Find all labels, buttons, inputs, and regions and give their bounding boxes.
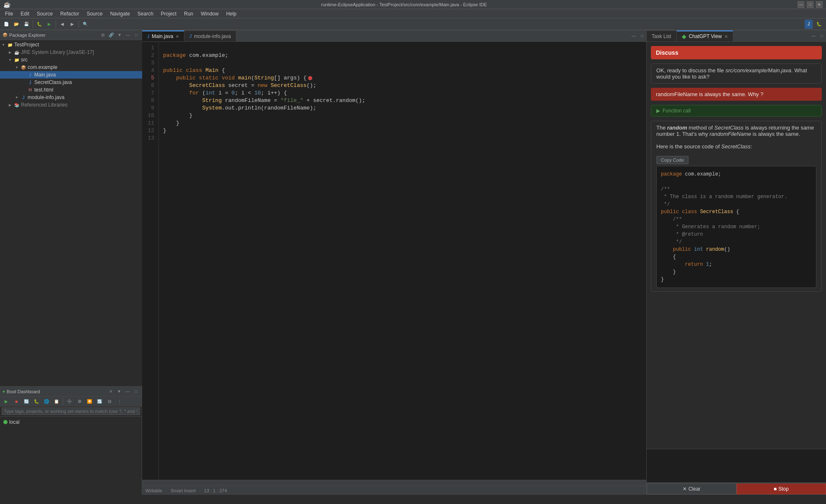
boot-menu-button[interactable]: ▼ xyxy=(116,388,122,395)
chatgpt-tabs: Task List ◆ ChatGPT View ✕ — □ xyxy=(647,30,826,42)
expand-arrow-module[interactable]: ▼ xyxy=(13,96,20,99)
function-call-label: Function call xyxy=(663,108,691,114)
left-column: 📦 Package Explorer ⊞ 🔗 ▼ — □ ▼ 📁 TestPro… xyxy=(0,30,142,495)
chat-system-msg-1: OK, ready to discuss the file src/com/ex… xyxy=(651,64,822,84)
menu-refactor[interactable]: Refactor xyxy=(57,10,82,18)
editor-maximize-btn[interactable]: □ xyxy=(639,33,645,39)
title-bar: ☕ runtime-EclipseApplication - TestProje… xyxy=(0,0,826,9)
boot-open-browser-button[interactable]: 🌐 xyxy=(42,397,51,406)
close-button[interactable]: ✕ xyxy=(816,1,823,8)
copy-code-button[interactable]: Copy Code xyxy=(656,156,688,164)
boot-close-button[interactable]: ✕ xyxy=(107,388,114,395)
editor-scrollbar[interactable] xyxy=(142,480,646,486)
stop-button[interactable]: ■ Stop xyxy=(737,484,826,494)
tree-item-src[interactable]: ▼ 📁 src xyxy=(0,56,142,64)
debug-button[interactable]: 🐛 xyxy=(35,20,44,29)
separator-1 xyxy=(33,20,33,28)
code-area[interactable]: package com.example; public class Main {… xyxy=(159,42,646,480)
menu-file[interactable]: File xyxy=(2,10,16,18)
tab-main-java[interactable]: J Main.java ✕ xyxy=(142,31,184,41)
expand-arrow-src[interactable]: ▼ xyxy=(7,58,13,62)
menu-help[interactable]: Help xyxy=(223,10,240,18)
tree-item-jre[interactable]: ▶ ☕ JRE System Library [JavaSE-17] xyxy=(0,48,142,56)
menu-search[interactable]: Search xyxy=(134,10,157,18)
boot-filter-button[interactable]: 🔽 xyxy=(85,397,94,406)
clear-button[interactable]: ✕ Clear xyxy=(647,484,737,494)
perspective-java[interactable]: J xyxy=(805,20,813,29)
minimize-button[interactable]: — xyxy=(798,1,804,8)
search-button[interactable]: 🔍 xyxy=(81,20,90,29)
new-button[interactable]: 📄 xyxy=(2,20,11,29)
boot-open-log-button[interactable]: 📋 xyxy=(52,397,61,406)
maximize-panel-button[interactable]: □ xyxy=(133,32,140,38)
back-button[interactable]: ◀ xyxy=(58,20,67,29)
expand-arrow-package[interactable]: ▼ xyxy=(13,66,20,69)
clear-icon: ✕ xyxy=(683,486,687,492)
collapse-all-button[interactable]: ⊞ xyxy=(99,32,106,38)
boot-more-button[interactable]: ⋮ xyxy=(115,397,124,406)
menu-source2[interactable]: Source xyxy=(83,10,106,18)
line-num-5: 5 xyxy=(142,74,157,82)
expand-arrow[interactable]: ▼ xyxy=(0,43,7,47)
view-menu-button[interactable]: ▼ xyxy=(116,32,123,38)
boot-collapse-button[interactable]: ⊟ xyxy=(105,397,114,406)
menu-source[interactable]: Source xyxy=(33,10,56,18)
chat-input[interactable] xyxy=(647,449,826,482)
package-explorer-title: Package Explorer xyxy=(9,33,98,38)
tree-item-main[interactable]: J Main.java xyxy=(0,71,142,79)
java-file-icon2: J xyxy=(27,79,33,86)
line-num-7: 7 xyxy=(142,89,157,97)
boot-minimize-button[interactable]: — xyxy=(124,388,131,395)
tree-item-module[interactable]: ▼ J module-info.java xyxy=(0,94,142,101)
right-maximize-btn[interactable]: □ xyxy=(818,33,825,39)
line-num-11: 11 xyxy=(142,120,157,127)
boot-dashboard-title: Boot Dashboard xyxy=(7,389,106,394)
boot-settings-button[interactable]: ⚙ xyxy=(75,397,84,406)
editor-panel: J Main.java ✕ J module-info.java — □ 1 2… xyxy=(142,30,646,495)
forward-button[interactable]: ▶ xyxy=(68,20,77,29)
function-call-indicator[interactable]: ▶ Function call xyxy=(651,105,822,117)
boot-restart-button[interactable]: 🔄 xyxy=(22,397,31,406)
tree-item-testhtml[interactable]: H test.html xyxy=(0,86,142,94)
editor-minimize-btn[interactable]: — xyxy=(630,33,637,39)
writable-status: Writable xyxy=(145,488,162,493)
boot-start-button[interactable]: ▶ xyxy=(2,397,11,406)
maximize-button[interactable]: □ xyxy=(807,1,813,8)
minimize-panel-button[interactable]: — xyxy=(125,32,131,38)
perspective-debug[interactable]: 🐛 xyxy=(813,20,824,29)
boot-debug-button[interactable]: 🐛 xyxy=(32,397,41,406)
boot-local-label: local xyxy=(9,419,20,425)
expand-arrow-jre[interactable]: ▶ xyxy=(7,51,13,54)
tab-module-info[interactable]: J module-info.java xyxy=(184,31,236,41)
link-editor-button[interactable]: 🔗 xyxy=(108,32,115,38)
menu-edit[interactable]: Edit xyxy=(17,10,33,18)
tab-task-list[interactable]: Task List xyxy=(647,31,677,41)
boot-filter-input[interactable] xyxy=(2,407,140,415)
run-button[interactable]: ▶ xyxy=(45,20,54,29)
expand-arrow-refs[interactable]: ▶ xyxy=(7,103,13,107)
boot-local-item[interactable]: local xyxy=(3,418,138,426)
main-layout: 📦 Package Explorer ⊞ 🔗 ▼ — □ ▼ 📁 TestPro… xyxy=(0,30,826,495)
open-button[interactable]: 📂 xyxy=(12,20,21,29)
tree-item-testproject[interactable]: ▼ 📁 TestProject xyxy=(0,41,142,48)
boot-status-dot xyxy=(3,420,8,424)
tree-item-package[interactable]: ▼ 📦 com.example xyxy=(0,64,142,71)
menu-navigate[interactable]: Navigate xyxy=(107,10,133,18)
boot-refresh-button[interactable]: 🔃 xyxy=(95,397,104,406)
boot-new-project-button[interactable]: ➕ xyxy=(65,397,74,406)
boot-maximize-button[interactable]: □ xyxy=(133,388,139,395)
line-num-2: 2 xyxy=(142,52,157,59)
menu-project[interactable]: Project xyxy=(158,10,180,18)
tree-item-secret[interactable]: J SecretClass.java xyxy=(0,79,142,86)
tab-main-close[interactable]: ✕ xyxy=(176,34,179,39)
menu-run[interactable]: Run xyxy=(181,10,196,18)
right-minimize-btn[interactable]: — xyxy=(810,33,817,39)
chatgpt-tab-close[interactable]: ✕ xyxy=(724,34,728,39)
save-button[interactable]: 💾 xyxy=(22,20,31,29)
task-list-label: Task List xyxy=(652,33,671,39)
menu-window[interactable]: Window xyxy=(197,10,222,18)
insert-mode: Smart Insert xyxy=(171,488,196,493)
boot-stop-button[interactable]: ■ xyxy=(12,397,21,406)
tree-item-refs[interactable]: ▶ 📚 Referenced Libraries xyxy=(0,101,142,109)
tab-chatgpt[interactable]: ◆ ChatGPT View ✕ xyxy=(677,31,733,41)
